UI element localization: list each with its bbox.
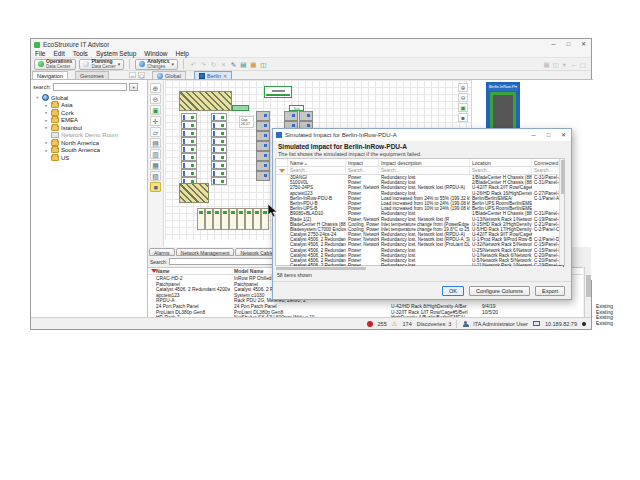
export-icon[interactable]: ▦ [249, 60, 258, 69]
operations-perspective-button[interactable]: Operations Data Center [34, 59, 76, 70]
minimize-panel-icon[interactable]: ─ [129, 72, 136, 78]
rack[interactable] [181, 129, 197, 137]
zoom-in-icon[interactable]: ⊕ [150, 83, 161, 93]
rack[interactable] [256, 121, 270, 131]
tree-item[interactable]: ▸ Istanbul [31, 124, 147, 132]
tab-network-management[interactable]: Network Management [176, 248, 235, 256]
configure-columns-button[interactable]: Configure Columns [469, 286, 530, 296]
equipment-search-input[interactable] [169, 258, 287, 265]
critical-alarm-count[interactable]: 255 [378, 321, 387, 327]
fit-view-icon[interactable]: ▣ [150, 105, 161, 115]
layers-icon[interactable]: ▥ [150, 149, 161, 159]
close-tab-icon[interactable]: ✕ [223, 73, 227, 79]
select-icon[interactable]: ▱ [150, 127, 161, 137]
analytics-perspective-button[interactable]: Analytics Changes ▾ [135, 59, 178, 70]
column-model-name[interactable]: Model Name [234, 268, 263, 275]
logged-in-user[interactable]: ITA Administrator User [473, 321, 528, 327]
expander-icon[interactable]: ▸ [44, 140, 49, 145]
menu-window[interactable]: Window [144, 50, 167, 57]
filter-impact-input[interactable]: Search... [346, 167, 379, 174]
tab-genomes[interactable]: Genomes [75, 71, 109, 79]
maximize-button[interactable]: □ [561, 39, 576, 50]
horizontal-scrollbar[interactable] [275, 266, 563, 270]
expander-icon[interactable]: ▸ [44, 118, 49, 123]
tree-item[interactable]: ▾ Global [31, 94, 147, 102]
rack[interactable] [256, 111, 270, 121]
server-ip[interactable]: 10.189.82.79 [545, 321, 577, 327]
undo-icon[interactable]: ↶ [189, 60, 198, 69]
menu-system-setup[interactable]: System Setup [96, 50, 136, 57]
rack[interactable] [299, 111, 313, 121]
rack[interactable] [284, 111, 298, 121]
minimize-button[interactable]: ─ [546, 39, 561, 50]
column-impact-description[interactable]: Impact description [379, 159, 470, 166]
grid-icon[interactable]: ▤ [150, 138, 161, 148]
column-name[interactable]: Name ▴ [288, 159, 346, 166]
critical-alarm-icon[interactable] [367, 321, 373, 327]
discoveries-status[interactable]: Discoveries: 3 [417, 321, 452, 327]
rack[interactable] [181, 113, 197, 121]
refresh-icon[interactable]: ↻ [209, 60, 218, 69]
rack[interactable] [253, 208, 261, 230]
expander-icon[interactable]: ▾ [35, 95, 40, 100]
edit-icon[interactable]: ✎ [229, 60, 238, 69]
pan-icon[interactable]: ✛ [150, 116, 161, 126]
overlay-icon[interactable]: ■ [150, 182, 161, 192]
close-button[interactable]: ✕ [576, 39, 591, 50]
rack[interactable] [211, 145, 227, 153]
dialog-maximize-button[interactable]: □ [541, 130, 556, 141]
filter-description-input[interactable]: Search... [379, 167, 470, 174]
rack[interactable] [256, 171, 270, 181]
rack[interactable] [256, 161, 270, 171]
zoom-out-icon[interactable]: ⊖ [458, 93, 468, 102]
chevron-down-icon[interactable]: ▾ [171, 61, 174, 67]
menu-help[interactable]: Help [175, 50, 188, 57]
menu-file[interactable]: File [35, 50, 45, 57]
tree-item[interactable]: ▸ North America [31, 139, 147, 147]
pin-icon[interactable]: ◫ [551, 60, 560, 69]
export-button[interactable]: Export [535, 286, 565, 296]
measure-icon[interactable]: ▧ [150, 171, 161, 181]
rack[interactable] [211, 161, 227, 169]
rack[interactable] [197, 208, 205, 230]
filter-location-input[interactable]: Search... [470, 167, 532, 174]
search-options-button[interactable]: ▾ [129, 83, 138, 91]
tree-item[interactable]: Network Demo Room [31, 132, 147, 140]
tree-item[interactable]: ▸ South America [31, 147, 147, 155]
tree-item[interactable]: ▸ Cork [31, 109, 147, 117]
rack[interactable] [181, 169, 197, 177]
scrollbar[interactable] [584, 267, 591, 317]
grid-layout-icon[interactable]: ▦ [542, 60, 551, 69]
expander-icon[interactable]: ▸ [44, 103, 49, 108]
rack[interactable] [213, 208, 221, 230]
column-impact[interactable]: Impact [346, 159, 379, 166]
menu-edit[interactable]: Edit [53, 50, 64, 57]
redo-icon[interactable]: ↷ [199, 60, 208, 69]
rack[interactable] [237, 208, 245, 230]
rack[interactable] [256, 151, 270, 161]
rack[interactable] [181, 153, 197, 161]
menu-tools[interactable]: Tools [73, 50, 88, 57]
filter-icon[interactable] [279, 169, 285, 173]
options-icon[interactable]: ■ [458, 113, 468, 122]
dialog-close-button[interactable]: ✕ [556, 130, 571, 141]
column-name[interactable]: Name [156, 268, 170, 275]
rack[interactable] [211, 137, 227, 145]
tab-berlin[interactable]: Berlin ✕ [194, 71, 232, 79]
maximize-view-icon[interactable]: ▢ [578, 60, 587, 69]
expander-icon[interactable]: ▸ [44, 125, 49, 130]
column-location[interactable]: Location [470, 159, 532, 166]
rack[interactable] [181, 121, 197, 129]
zoom-in-icon[interactable]: ⊕ [458, 83, 468, 92]
maximize-panel-icon[interactable]: ▢ [138, 72, 145, 78]
minimize-view-icon[interactable]: ─ [569, 60, 578, 69]
dropdown-icon[interactable]: ▾ [560, 60, 569, 69]
planning-perspective-button[interactable]: Planning Data Center ▾ [79, 59, 124, 70]
rack[interactable] [211, 177, 227, 185]
chevron-down-icon[interactable]: ▾ [118, 61, 121, 67]
tab-global[interactable]: Global [152, 71, 186, 79]
tree-item[interactable]: ▸ EMEA [31, 117, 147, 125]
tree-item[interactable]: ▸ Asia [31, 102, 147, 110]
warning-count[interactable]: 174 [403, 321, 412, 327]
rack[interactable] [229, 208, 237, 230]
